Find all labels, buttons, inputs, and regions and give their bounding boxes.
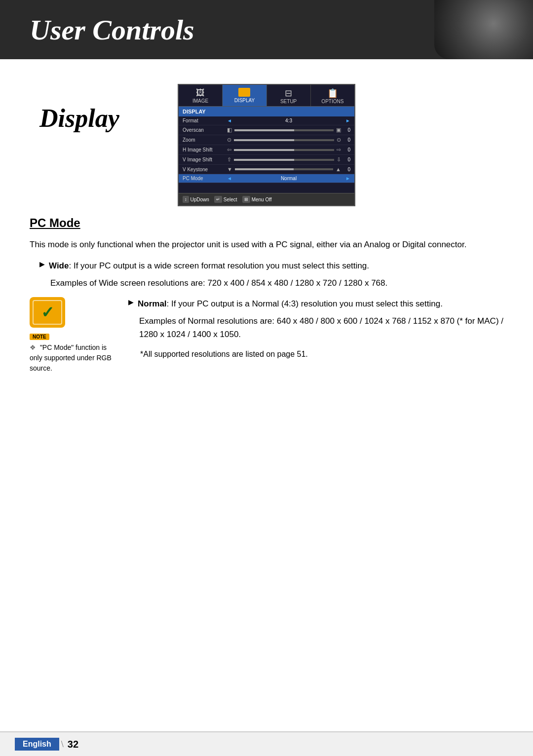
osd-slider-overscan[interactable] [234, 129, 334, 131]
bullet-text-normal: Normal: If your PC output is a Normal (4… [138, 297, 443, 310]
osd-btn-updown[interactable]: ↕ UpDown [183, 196, 209, 203]
osd-row-zoom: Zoom ⊙ ⊙ 0 [179, 135, 354, 145]
pc-mode-description: This mode is only functional when the pr… [30, 238, 503, 251]
osd-tab-image[interactable]: 🖼 IMAGE [179, 85, 223, 106]
osd-slider-zoom[interactable] [234, 139, 334, 141]
pc-mode-title: PC Mode [30, 216, 503, 230]
osd-icon-zoom-left: ⊙ [227, 137, 231, 143]
osd-value-vshift: 0 [343, 157, 350, 162]
example-wide: Examples of Wide screen resolutions are:… [50, 276, 503, 290]
note-label: NOTE [30, 334, 49, 340]
osd-label-pcmode: PC Mode [183, 176, 227, 181]
osd-menu: 🖼 IMAGE DISPLAY ⊟ SETUP 📋 OPTIONS DISPLA… [178, 84, 355, 206]
osd-btn-menuoff[interactable]: ⊞ Menu Off [242, 196, 272, 203]
osd-arrow-left-pcmode[interactable]: ◄ [227, 176, 232, 181]
osd-label-overscan: Overscan [183, 127, 227, 133]
osd-icon-vshift-left: ⇧ [227, 156, 231, 163]
osd-row-pcmode: PC Mode ◄ Normal ► [179, 174, 354, 183]
osd-controls-overscan: ◧ ▣ 0 [227, 127, 350, 133]
note-bullet-diamond: ❖ [30, 343, 36, 351]
note-icon-box: ✓ [30, 297, 65, 328]
osd-arrow-right-pcmode[interactable]: ► [345, 176, 350, 181]
osd-controls-zoom: ⊙ ⊙ 0 [227, 137, 350, 143]
osd-controls-vshift: ⇧ ⇩ 0 [227, 156, 350, 163]
osd-icon-hshift-left: ⇦ [227, 147, 231, 153]
osd-icon-vkeystone-right: ▲ [336, 166, 341, 172]
osd-value-zoom: 0 [343, 137, 350, 143]
note-check-icon: ✓ [41, 303, 54, 322]
footer-separator: \ [61, 739, 64, 750]
osd-value-format: 4:3 [233, 118, 344, 123]
footer-page-number: 32 [68, 739, 78, 750]
example-normal: Examples of Normal resolutions are: 640 … [139, 314, 503, 341]
osd-controls-pcmode: ◄ Normal ► [227, 176, 350, 181]
bullet-normal-content: ▶ Normal: If your PC output is a Normal … [128, 297, 503, 374]
main-content: Display 🖼 IMAGE DISPLAY ⊟ SETUP 📋 [0, 59, 533, 388]
note-text: ❖ "PC Mode" function is only supported u… [30, 342, 118, 374]
osd-value-overscan: 0 [343, 127, 350, 133]
osd-updown-icon: ↕ [183, 196, 189, 203]
osd-tab-display[interactable]: DISPLAY [223, 85, 266, 106]
osd-btn-select[interactable]: ↵ Select [214, 196, 237, 203]
osd-bottom-bar: ↕ UpDown ↵ Select ⊞ Menu Off [179, 193, 354, 205]
osd-row-vkeystone: V Keystone ▼ ▲ 0 [179, 165, 354, 174]
osd-tab-options[interactable]: 📋 OPTIONS [311, 85, 354, 106]
osd-section-header: DISPLAY [179, 107, 354, 116]
bullet-arrow-normal: ▶ [128, 298, 134, 306]
osd-icon-overscan-right: ▣ [336, 127, 341, 133]
osd-select-icon: ↵ [214, 196, 222, 203]
osd-row-overscan: Overscan ◧ ▣ 0 [179, 125, 354, 135]
footer-language: English [15, 738, 59, 751]
osd-label-hshift: H Image Shift [183, 147, 227, 152]
display-section: Display 🖼 IMAGE DISPLAY ⊟ SETUP 📋 [30, 84, 503, 206]
pc-mode-section: PC Mode This mode is only functional whe… [30, 216, 503, 374]
osd-tab-setup[interactable]: ⊟ SETUP [267, 85, 311, 106]
osd-label-format: Format [183, 118, 227, 123]
page-header: User Controls [0, 0, 533, 59]
display-label: Display [30, 84, 168, 206]
osd-icon-hshift-right: ⇨ [337, 147, 341, 153]
osd-label-zoom: Zoom [183, 137, 227, 143]
osd-value-vkeystone: 0 [343, 167, 350, 172]
normal-bullet-with-note: ✓ NOTE ❖ "PC Mode" function is only supp… [30, 297, 503, 374]
osd-icon-vkeystone-left: ▼ [227, 166, 232, 172]
osd-row-format: Format ◄ 4:3 ► [179, 116, 354, 125]
lens-decoration [434, 0, 533, 59]
osd-spacer [179, 183, 354, 193]
osd-slider-vkeystone[interactable] [235, 168, 333, 170]
osd-row-hshift: H Image Shift ⇦ ⇨ 0 [179, 145, 354, 155]
bullet-label-normal: Normal [138, 299, 167, 308]
bullet-wide-section: ▶ Wide: If your PC output is a wide scre… [39, 259, 503, 290]
osd-controls-hshift: ⇦ ⇨ 0 [227, 147, 350, 153]
osd-icon-vshift-right: ⇩ [337, 156, 341, 163]
bullet-text-wide: Wide: If your PC output is a wide screen… [49, 259, 369, 272]
osd-controls-format: ◄ 4:3 ► [227, 118, 350, 123]
osd-label-vkeystone: V Keystone [183, 167, 227, 172]
osd-slider-vshift[interactable] [234, 159, 334, 161]
note-label-container: NOTE [30, 332, 118, 340]
osd-row-vshift: V Image Shift ⇧ ⇩ 0 [179, 155, 354, 165]
bullet-normal: ▶ Normal: If your PC output is a Normal … [128, 297, 503, 310]
bullet-arrow-wide: ▶ [39, 260, 45, 268]
page-title: User Controls [0, 13, 194, 46]
bullet-wide: ▶ Wide: If your PC output is a wide scre… [39, 259, 503, 272]
osd-menuoff-icon: ⊞ [242, 196, 250, 203]
pc-mode-content-wrapper: PC Mode This mode is only functional whe… [30, 216, 503, 374]
footnote-text: *All supported resolutions are listed on… [140, 348, 503, 361]
osd-arrow-right-format[interactable]: ► [345, 118, 350, 123]
osd-icon-overscan-left: ◧ [227, 127, 232, 133]
osd-value-pcmode: Normal [233, 176, 344, 181]
osd-slider-hshift[interactable] [234, 149, 334, 151]
page-footer: English \ 32 [0, 731, 533, 756]
osd-value-hshift: 0 [343, 147, 350, 152]
note-column: ✓ NOTE ❖ "PC Mode" function is only supp… [30, 297, 128, 374]
osd-tabs: 🖼 IMAGE DISPLAY ⊟ SETUP 📋 OPTIONS [179, 85, 354, 107]
osd-label-vshift: V Image Shift [183, 157, 227, 162]
osd-icon-zoom-right: ⊙ [337, 137, 341, 143]
bullet-label-wide: Wide [49, 261, 69, 270]
osd-controls-vkeystone: ▼ ▲ 0 [227, 166, 350, 172]
osd-arrow-left-format[interactable]: ◄ [227, 118, 232, 123]
